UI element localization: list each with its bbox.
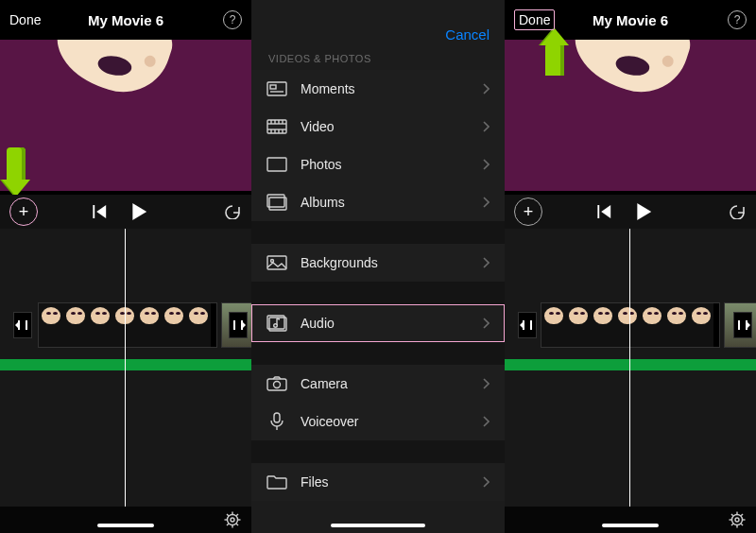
svg-marker-2: [132, 203, 146, 220]
menu-label: Voiceover: [301, 414, 482, 429]
undo-button[interactable]: [728, 204, 747, 219]
svg-rect-16: [267, 120, 286, 133]
home-indicator: [97, 524, 154, 527]
svg-point-4: [231, 518, 234, 522]
settings-button[interactable]: [223, 510, 242, 529]
clip-start-marker[interactable]: [518, 312, 537, 338]
svg-rect-29: [267, 195, 284, 207]
menu-item-moments[interactable]: Moments: [251, 70, 505, 108]
svg-rect-35: [267, 379, 286, 390]
clip-end-marker[interactable]: [733, 312, 752, 338]
prev-button[interactable]: [93, 205, 108, 218]
prev-button[interactable]: [597, 205, 612, 218]
video-preview[interactable]: [0, 40, 251, 191]
menu-item-audio[interactable]: Audio: [251, 304, 505, 342]
menu-item-video[interactable]: Video: [251, 108, 505, 146]
svg-line-12: [236, 514, 238, 516]
svg-line-9: [227, 514, 229, 516]
clip-start-marker[interactable]: [13, 312, 32, 338]
help-button[interactable]: ?: [728, 10, 747, 29]
menu-label: Backgrounds: [301, 255, 482, 270]
svg-line-48: [731, 514, 733, 516]
svg-point-34: [274, 324, 278, 328]
menu-label: Files: [301, 474, 482, 490]
svg-rect-14: [270, 85, 276, 89]
menu-label: Moments: [301, 81, 482, 96]
undo-button[interactable]: [223, 204, 242, 219]
control-bar: +: [0, 195, 251, 229]
preview-face-graphic: [46, 40, 181, 104]
play-button[interactable]: [132, 203, 147, 220]
svg-point-43: [735, 518, 739, 522]
svg-rect-37: [274, 413, 280, 422]
playhead[interactable]: [125, 229, 126, 507]
home-indicator: [602, 524, 659, 527]
menu-label: Camera: [301, 376, 482, 391]
menu-item-voiceover[interactable]: Voiceover: [251, 403, 505, 440]
preview-face-graphic: [564, 40, 699, 104]
svg-marker-41: [637, 203, 651, 220]
menu-label: Video: [301, 119, 482, 134]
menu-item-photos[interactable]: Photos: [251, 146, 505, 183]
svg-line-50: [731, 524, 733, 525]
help-button[interactable]: ?: [223, 10, 242, 29]
svg-point-42: [732, 515, 743, 525]
settings-button[interactable]: [728, 510, 747, 529]
chevron-right-icon: [482, 197, 490, 208]
chevron-right-icon: [482, 83, 490, 95]
video-clip-1[interactable]: [38, 302, 217, 348]
cancel-button[interactable]: Cancel: [445, 26, 490, 43]
timeline[interactable]: [0, 229, 251, 507]
svg-point-31: [271, 260, 274, 263]
menu-item-files[interactable]: Files: [251, 463, 505, 501]
menu-item-camera[interactable]: Camera: [251, 365, 505, 403]
menu-label: Audio: [301, 316, 482, 331]
svg-rect-27: [267, 158, 286, 171]
files-icon: [266, 473, 287, 490]
home-indicator: [331, 524, 425, 527]
svg-line-11: [227, 524, 229, 525]
play-button[interactable]: [637, 203, 652, 220]
albums-icon: [266, 194, 287, 211]
video-icon: [266, 118, 287, 135]
chevron-right-icon: [482, 378, 490, 389]
chevron-right-icon: [482, 416, 490, 427]
svg-line-10: [236, 524, 238, 525]
header: Done My Movie 6 ?: [0, 0, 251, 40]
playhead[interactable]: [629, 229, 630, 507]
done-button[interactable]: Done: [9, 12, 41, 27]
media-menu: Moments Video Photos Albums: [251, 70, 505, 501]
chevron-right-icon: [482, 318, 490, 329]
add-media-button[interactable]: +: [514, 198, 542, 226]
svg-rect-39: [597, 205, 599, 218]
timeline[interactable]: [505, 229, 756, 507]
menu-label: Albums: [301, 195, 482, 210]
done-label: Done: [519, 12, 550, 27]
menu-item-backgrounds[interactable]: Backgrounds: [251, 244, 505, 282]
bottom-bar: [0, 507, 251, 533]
chevron-right-icon: [482, 476, 490, 488]
menu-item-albums[interactable]: Albums: [251, 183, 505, 221]
chevron-right-icon: [482, 121, 490, 132]
backgrounds-icon: [266, 254, 287, 271]
editor-panel-right: Done My Movie 6 ? +: [505, 0, 756, 533]
audio-track[interactable]: [505, 359, 756, 370]
svg-rect-28: [269, 198, 286, 210]
video-clip-1[interactable]: [541, 302, 720, 348]
voiceover-icon: [266, 413, 287, 430]
done-button[interactable]: Done: [514, 9, 555, 30]
clip-end-marker[interactable]: [229, 312, 248, 338]
tutorial-arrow-down: [2, 147, 30, 197]
add-media-button[interactable]: +: [9, 198, 38, 226]
chevron-right-icon: [482, 159, 490, 170]
audio-icon: [266, 315, 287, 332]
svg-rect-30: [267, 256, 286, 269]
done-label: Done: [9, 12, 41, 27]
tutorial-arrow-up: [541, 28, 569, 76]
svg-rect-0: [93, 205, 94, 218]
audio-track[interactable]: [0, 359, 251, 370]
media-picker-panel: Cancel VIDEOS & PHOTOS Moments Video Pho…: [251, 0, 505, 533]
svg-line-51: [741, 514, 743, 516]
camera-icon: [266, 375, 287, 392]
editor-panel-left: Done My Movie 6 ? +: [0, 0, 251, 533]
